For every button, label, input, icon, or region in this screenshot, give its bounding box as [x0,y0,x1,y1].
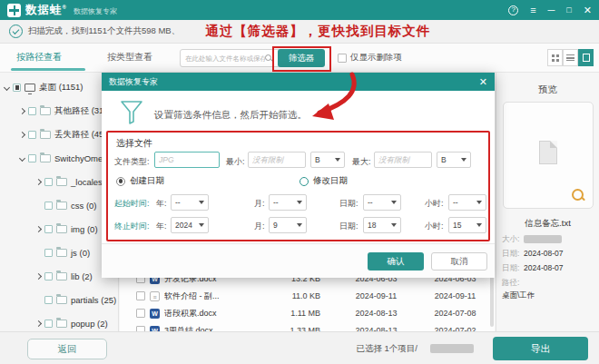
caret-down-icon [461,158,466,162]
word-file-icon: W [150,309,160,319]
hour-label: 小时: [425,198,444,210]
start-year-dropdown[interactable]: -- [171,194,209,211]
tree-checkbox[interactable] [28,131,36,139]
start-day-dropdown[interactable]: -- [363,194,401,211]
caret-down-icon [476,223,482,227]
tree-checkbox[interactable] [13,84,21,92]
dialog-close-icon[interactable]: ✕ [479,76,487,88]
file-name: 语段积累.docx [164,308,267,320]
tab-view-by-path[interactable]: 按路径查看 [16,51,62,64]
tree-item-other-paths[interactable]: 其他路径 (310) [20,103,112,118]
tree-checkbox[interactable] [28,107,36,115]
tree-item-lib[interactable]: lib (2) [36,269,93,283]
end-month-dropdown[interactable]: 9 [269,217,307,233]
tree-item-partials[interactable]: partials (25) [36,292,116,307]
confirm-button[interactable]: 确认 [368,252,424,271]
list-view-icon[interactable] [563,49,578,66]
tree-checkbox[interactable] [44,320,53,328]
modified-date-radio[interactable] [300,177,309,186]
day-label: 日期: [339,198,358,210]
export-button[interactable]: 导出 [493,337,588,360]
year-label: 年: [156,198,167,210]
txt-file-icon: ≡ [150,291,160,301]
zoom-preview-icon[interactable] [571,188,585,202]
folder-icon [56,225,67,233]
search-box[interactable] [180,49,281,67]
modified-date-label: 修改日期 [313,175,348,187]
preview-path-value: 桌面\工作 [502,290,535,301]
chevron-right-icon[interactable] [35,320,42,326]
scan-result-text: 扫描完成，找到1151个文件共598 MB、 [28,25,180,37]
min-unit-dropdown[interactable]: B [310,152,345,168]
start-month-dropdown[interactable]: -- [269,194,307,211]
caret-down-icon [335,158,340,162]
tree-checkbox[interactable] [44,178,53,186]
chevron-right-icon[interactable] [35,225,42,231]
end-hour-dropdown[interactable]: 15 [448,217,486,233]
file-size: 1.11 MB [267,309,320,318]
tab-view-by-type[interactable]: 按类型查看 [107,51,152,64]
show-deleted-only[interactable]: 仅显示删除项 [338,52,402,64]
tree-item-js[interactable]: js (0) [36,245,90,260]
maximize-icon[interactable]: □ [566,6,571,15]
red-annotation-text: 通过【筛选器】，更快找到目标文件 [205,23,430,40]
close-icon[interactable]: ✕ [584,5,592,15]
month-label: 月: [254,221,265,232]
dialog-title: 数据恢复专家 [109,76,158,88]
show-deleted-checkbox[interactable] [338,54,347,63]
tree-checkbox[interactable] [44,272,53,280]
created-date-radio[interactable] [116,177,125,186]
search-input[interactable] [185,54,265,63]
dialog-titlebar: 数据恢复专家 ✕ [102,73,495,91]
file-type-input[interactable] [154,152,220,168]
file-row[interactable]: ≡ 软件介绍 - 副... 11.0 KB 2024-09-11 2024-09… [120,288,495,304]
min-size-label: 最小: [226,156,245,168]
max-size-input[interactable] [374,152,432,168]
modified-date-radio-group[interactable]: 修改日期 [300,175,348,187]
help-icon[interactable]: ? [508,5,518,15]
cancel-button[interactable]: 取消 [431,252,487,271]
menu-icon[interactable]: ≡ [530,5,535,15]
preview-filename: 信息备忘.txt [496,218,599,230]
folder-icon [56,249,67,257]
tree-checkbox[interactable] [44,249,53,257]
start-hour-dropdown[interactable]: -- [448,194,486,211]
minimize-icon[interactable]: ─ [548,5,555,15]
folder-icon [56,202,67,210]
min-size-input[interactable] [248,152,306,168]
file-row[interactable]: W 语段积累.docx 1.11 MB 2024-08-13 2024-07-0… [120,305,495,321]
tree-item-lost-paths[interactable]: 丢失路径 (455) [20,127,112,142]
chevron-down-icon[interactable] [4,84,10,90]
detail-view-icon[interactable] [578,49,594,66]
chevron-right-icon[interactable] [19,131,25,137]
tree-item-img[interactable]: img (0) [36,221,98,236]
app-subtitle: 数据恢复专家 [74,6,117,16]
end-day-dropdown[interactable]: 18 [363,217,401,233]
created-date-radio-group[interactable]: 创建日期 [116,175,164,187]
file-checkbox[interactable] [136,291,145,300]
grid-view-icon[interactable] [547,49,563,66]
file-checkbox[interactable] [136,309,145,318]
tree-item-desktop[interactable]: 桌面 (1151) [5,80,83,94]
chevron-right-icon[interactable] [35,178,42,184]
tree-checkbox[interactable] [44,225,53,233]
tree-item-css[interactable]: css (0) [36,198,97,212]
tree-item-switchyomega[interactable]: SwitchyOmega [20,151,113,165]
tree-item-popup[interactable]: popup (2) [36,316,108,330]
toolbar: 按路径查看 按类型查看 筛选器 仅显示删除项 [0,44,599,73]
chevron-down-icon[interactable] [19,154,25,161]
end-year-dropdown[interactable]: 2024 [171,217,209,233]
caret-down-icon [297,223,302,227]
back-button[interactable]: 返回 [27,339,107,359]
bottombar: 返回 已选择 1个项目/ 导出 [0,331,599,364]
tree-checkbox[interactable] [44,202,53,210]
tree-checkbox[interactable] [28,154,36,162]
chevron-right-icon[interactable] [35,272,42,279]
chevron-right-icon[interactable] [19,107,25,113]
folder-icon [56,320,67,328]
trademark: ® [63,4,67,9]
filter-button[interactable]: 筛选器 [278,49,325,67]
tree-checkbox[interactable] [44,296,53,304]
caret-down-icon [476,201,482,204]
max-unit-dropdown[interactable]: B [437,152,471,168]
